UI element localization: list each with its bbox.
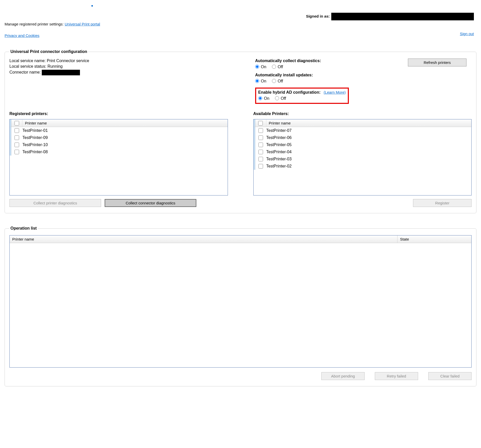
available-printer-row[interactable]: TestPrinter-07 <box>254 127 472 134</box>
registered-printer-row[interactable]: TestPrinter-01 <box>10 127 228 134</box>
registered-printers-list[interactable]: Printer name TestPrinter-01TestPrinter-0… <box>9 119 228 195</box>
refresh-printers-button[interactable]: Refresh printers <box>408 59 466 66</box>
registered-printer-row-label: TestPrinter-01 <box>22 128 48 133</box>
auto-diagnostics-on-radio[interactable]: On <box>255 65 266 69</box>
registered-printer-row-checkbox[interactable] <box>15 150 19 154</box>
radio-on-label: On <box>261 79 266 83</box>
operation-list-header: Printer name State <box>10 235 471 243</box>
available-printers-heading: Available Printers: <box>253 111 472 116</box>
available-printer-row[interactable]: TestPrinter-04 <box>254 148 472 156</box>
connector-name-redacted <box>42 70 80 75</box>
registered-printer-row[interactable]: TestPrinter-09 <box>10 134 228 141</box>
connector-config-groupbox: Universal Print connector configuration … <box>5 49 476 213</box>
available-printers-list[interactable]: Printer name TestPrinter-07TestPrinter-0… <box>253 119 472 195</box>
operation-list-table[interactable]: Printer name State <box>9 235 472 368</box>
hybrid-ad-on-radio[interactable]: On <box>258 96 269 101</box>
universal-print-portal-link[interactable]: Universal Print portal <box>65 22 100 26</box>
auto-updates-off-radio[interactable]: Off <box>272 79 283 83</box>
available-printer-row-checkbox[interactable] <box>258 164 263 169</box>
available-printer-row[interactable]: TestPrinter-02 <box>254 163 472 170</box>
registered-list-header: Printer name <box>10 119 228 127</box>
hybrid-ad-label: Enable hybrid AD configuration: <box>258 90 321 95</box>
available-printer-row-checkbox[interactable] <box>258 157 263 161</box>
available-printer-row-label: TestPrinter-04 <box>266 150 292 154</box>
registered-printer-row-label: TestPrinter-10 <box>22 143 48 147</box>
service-status-line: Local service status: Running <box>9 64 250 69</box>
service-name-label: Local service name: <box>9 59 47 63</box>
service-name-line: Local service name: Print Connector serv… <box>9 59 250 63</box>
signed-in-label: Signed in as: <box>306 14 330 18</box>
op-header-printer-name: Printer name <box>10 235 397 243</box>
available-printer-row[interactable]: TestPrinter-06 <box>254 134 472 141</box>
registered-printer-row-checkbox[interactable] <box>15 128 19 133</box>
signed-in-block: Signed in as: <box>306 13 474 20</box>
connector-config-legend: Universal Print connector configuration <box>9 49 88 54</box>
available-printer-row-label: TestPrinter-02 <box>266 164 292 169</box>
available-printer-row-checkbox[interactable] <box>258 128 263 133</box>
radio-off-label: Off <box>278 65 283 69</box>
available-header-printer-name: Printer name <box>266 121 291 125</box>
available-select-all-checkbox[interactable] <box>258 121 263 125</box>
registered-printer-row[interactable]: TestPrinter-10 <box>10 141 228 148</box>
register-button[interactable]: Register <box>413 199 472 207</box>
registered-printer-row-checkbox[interactable] <box>15 135 19 140</box>
registered-printer-row-label: TestPrinter-08 <box>22 150 48 154</box>
available-printer-row[interactable]: TestPrinter-05 <box>254 141 472 148</box>
service-status-label: Local service status: <box>9 64 47 68</box>
hybrid-ad-highlight-box: Enable hybrid AD configuration: (Learn M… <box>255 88 349 104</box>
operation-list-groupbox: Operation list Printer name State Abort … <box>5 226 476 386</box>
available-printer-row-checkbox[interactable] <box>258 135 263 140</box>
available-printer-row-checkbox[interactable] <box>258 150 263 154</box>
connector-name-label: Connector name: <box>9 70 42 74</box>
radio-off-label: Off <box>278 79 283 83</box>
hybrid-ad-learn-more-link[interactable]: (Learn More) <box>324 90 346 94</box>
sign-out-link[interactable]: Sign out <box>460 32 474 36</box>
collect-printer-diagnostics-button[interactable]: Collect printer diagnostics <box>9 199 101 207</box>
registered-printer-row[interactable]: TestPrinter-08 <box>10 148 228 156</box>
available-printer-row-checkbox[interactable] <box>258 143 263 147</box>
retry-failed-button[interactable]: Retry failed <box>375 372 418 380</box>
radio-on-label: On <box>264 96 269 101</box>
available-printer-row-label: TestPrinter-06 <box>266 135 292 140</box>
available-printer-row-label: TestPrinter-07 <box>266 128 292 133</box>
registered-printer-row-label: TestPrinter-09 <box>22 135 48 140</box>
operation-list-legend: Operation list <box>9 226 38 231</box>
op-header-state: State <box>397 235 471 243</box>
radio-on-label: On <box>261 65 266 69</box>
service-status-value: Running <box>47 64 63 68</box>
service-name-value: Print Connector service <box>47 59 89 63</box>
privacy-cookies-link[interactable]: Privacy and Cookies <box>5 33 39 38</box>
auto-updates-label: Automatically install updates: <box>255 73 313 77</box>
signed-in-user-redacted <box>331 13 474 20</box>
clear-failed-button[interactable]: Clear failed <box>428 372 472 380</box>
available-list-header: Printer name <box>254 119 472 127</box>
registered-printer-row-checkbox[interactable] <box>15 143 19 147</box>
available-printer-row-label: TestPrinter-03 <box>266 157 292 161</box>
registered-header-printer-name: Printer name <box>22 121 47 125</box>
collect-connector-diagnostics-button[interactable]: Collect connector diagnostics <box>105 199 196 207</box>
registered-printers-heading: Registered printers: <box>9 111 228 116</box>
registered-select-all-checkbox[interactable] <box>15 121 19 125</box>
connector-name-line: Connector name: <box>9 70 250 75</box>
auto-diagnostics-label: Automatically collect diagnostics: <box>255 59 321 63</box>
radio-off-label: Off <box>281 96 286 101</box>
abort-pending-button[interactable]: Abort pending <box>321 372 365 380</box>
decorative-dot: • <box>91 3 476 10</box>
auto-updates-on-radio[interactable]: On <box>255 79 266 83</box>
available-printer-row-label: TestPrinter-05 <box>266 143 292 147</box>
hybrid-ad-off-radio[interactable]: Off <box>275 96 286 101</box>
available-printer-row[interactable]: TestPrinter-03 <box>254 156 472 163</box>
auto-diagnostics-off-radio[interactable]: Off <box>272 65 283 69</box>
manage-settings-label: Manage registered printer settings: <box>5 22 65 26</box>
